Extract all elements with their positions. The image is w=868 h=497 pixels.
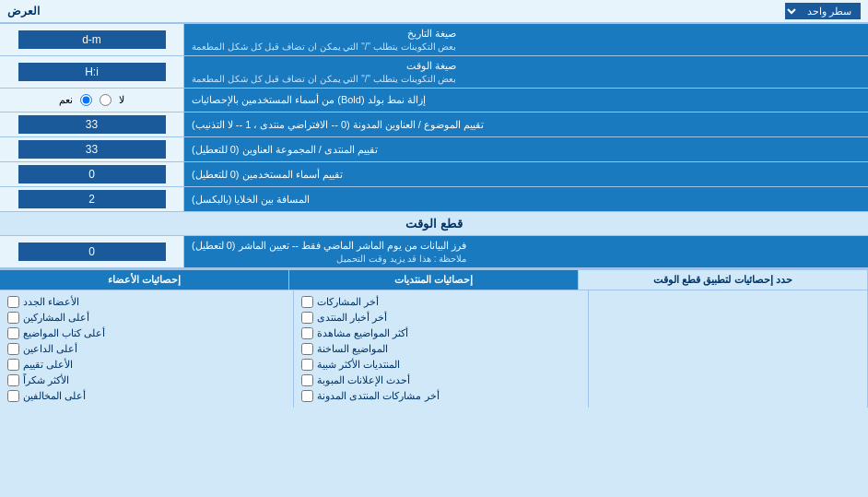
bold-yes-radio[interactable] xyxy=(80,94,92,106)
list-item: الأعضاء الجدد xyxy=(7,294,286,310)
user-names-input[interactable] xyxy=(18,165,166,183)
date-format-input-cell xyxy=(0,24,184,55)
list-item: أحدث الإعلانات المبوبة xyxy=(301,373,580,388)
date-format-label: صيغة التاريخ بعض التكوينات يتطلب "/" الت… xyxy=(184,24,868,55)
time-cut-input[interactable] xyxy=(18,243,166,261)
member-stats-header: إحصائيات الأعضاء xyxy=(0,270,289,290)
list-item: أعلى الداعين xyxy=(7,341,286,357)
list-item: الأعلى تقييم xyxy=(7,357,286,373)
bold-remove-row: إزالة نمط بولد (Bold) من أسماء المستخدمي… xyxy=(0,89,868,112)
forum-order-row: تقييم المنتدى / المجموعة العناوين (0 للت… xyxy=(0,137,868,162)
bottom-header-row: حدد إحصائيات لتطبيق قطع الوقت إحصائيات ا… xyxy=(0,270,868,290)
forum-order-label: تقييم المنتدى / المجموعة العناوين (0 للت… xyxy=(184,137,868,161)
topic-order-input[interactable] xyxy=(18,115,166,134)
list-item: أعلى المشاركين xyxy=(7,310,286,325)
checkbox-forum-1[interactable] xyxy=(301,296,313,308)
time-format-input-cell xyxy=(0,56,184,88)
time-cut-header: قطع الوقت xyxy=(0,212,868,236)
checkbox-member-1[interactable] xyxy=(7,296,19,308)
list-item: أخر المشاركات xyxy=(301,294,580,310)
checkbox-forum-4[interactable] xyxy=(301,343,313,355)
list-item: المنتديات الأكثر شبية xyxy=(301,357,580,373)
topic-order-row: تقييم الموضوع / العناوين المدونة (0 -- ا… xyxy=(0,112,868,137)
forum-stats-column: أخر المشاركات أخر أخبار المنتدى أكثر الم… xyxy=(294,290,588,408)
checkbox-member-3[interactable] xyxy=(7,327,19,339)
bold-remove-radio-cell: لا نعم xyxy=(0,89,184,112)
top-header: سطر واحد سطرين ثلاثة أسطر العرض xyxy=(0,0,868,24)
forum-order-input-cell xyxy=(0,137,184,161)
checkbox-member-6[interactable] xyxy=(7,374,19,386)
bold-no-radio[interactable] xyxy=(100,94,111,106)
list-item: المواضيع الساخنة xyxy=(301,341,580,357)
empty-col xyxy=(589,290,868,408)
display-dropdown[interactable]: سطر واحد سطرين ثلاثة أسطر xyxy=(785,3,861,19)
user-names-label: تقييم أسماء المستخدمين (0 للتعطيل) xyxy=(184,162,868,186)
list-item: أعلى المخالفين xyxy=(7,388,286,404)
top-header-right-label: العرض xyxy=(7,5,40,18)
bold-no-label: لا xyxy=(119,94,124,106)
date-format-input[interactable] xyxy=(18,30,166,49)
bottom-content: أخر المشاركات أخر أخبار المنتدى أكثر الم… xyxy=(0,290,868,408)
checkbox-member-2[interactable] xyxy=(7,312,19,324)
checkbox-forum-3[interactable] xyxy=(301,327,313,339)
time-format-label: صيغة الوقت بعض التكوينات يتطلب "/" التي … xyxy=(184,56,868,88)
bottom-section: حدد إحصائيات لتطبيق قطع الوقت إحصائيات ا… xyxy=(0,268,868,408)
spacing-label: المسافة بين الخلايا (بالبكسل) xyxy=(184,187,868,211)
topic-order-label: تقييم الموضوع / العناوين المدونة (0 -- ا… xyxy=(184,112,868,136)
list-item: أخر أخبار المنتدى xyxy=(301,310,580,325)
list-item: الأكثر شكراً xyxy=(7,373,286,388)
date-format-row: صيغة التاريخ بعض التكوينات يتطلب "/" الت… xyxy=(0,24,868,56)
user-names-input-cell xyxy=(0,162,184,186)
list-item: أعلى كتاب المواضيع xyxy=(7,325,286,341)
bold-yes-label: نعم xyxy=(59,94,73,106)
checkbox-member-5[interactable] xyxy=(7,359,19,371)
top-header-left: سطر واحد سطرين ثلاثة أسطر xyxy=(785,3,861,19)
checkbox-member-4[interactable] xyxy=(7,343,19,355)
time-format-row: صيغة الوقت بعض التكوينات يتطلب "/" التي … xyxy=(0,56,868,89)
checkbox-forum-7[interactable] xyxy=(301,390,313,402)
spacing-input-cell xyxy=(0,187,184,211)
time-format-input[interactable] xyxy=(18,63,166,81)
bold-remove-label: إزالة نمط بولد (Bold) من أسماء المستخدمي… xyxy=(184,89,868,112)
stats-apply-label: حدد إحصائيات لتطبيق قطع الوقت xyxy=(579,270,868,290)
forum-stats-header: إحصائيات المنتديات xyxy=(289,270,579,290)
time-cut-label: فرز البيانات من يوم الماشر الماضي فقط --… xyxy=(184,236,868,267)
checkbox-forum-5[interactable] xyxy=(301,359,313,371)
time-cut-row: فرز البيانات من يوم الماشر الماضي فقط --… xyxy=(0,236,868,268)
forum-order-input[interactable] xyxy=(18,140,166,159)
checkbox-forum-6[interactable] xyxy=(301,374,313,386)
checkbox-member-7[interactable] xyxy=(7,390,19,402)
list-item: أكثر المواضيع مشاهدة xyxy=(301,325,580,341)
spacing-input[interactable] xyxy=(18,190,166,208)
spacing-row: المسافة بين الخلايا (بالبكسل) xyxy=(0,187,868,212)
list-item: أخر مشاركات المنتدى المدونة xyxy=(301,388,580,404)
time-cut-input-cell xyxy=(0,236,184,267)
topic-order-input-cell xyxy=(0,112,184,136)
user-names-row: تقييم أسماء المستخدمين (0 للتعطيل) xyxy=(0,162,868,187)
checkbox-forum-2[interactable] xyxy=(301,312,313,324)
member-stats-column: الأعضاء الجدد أعلى المشاركين أعلى كتاب ا… xyxy=(0,290,294,408)
